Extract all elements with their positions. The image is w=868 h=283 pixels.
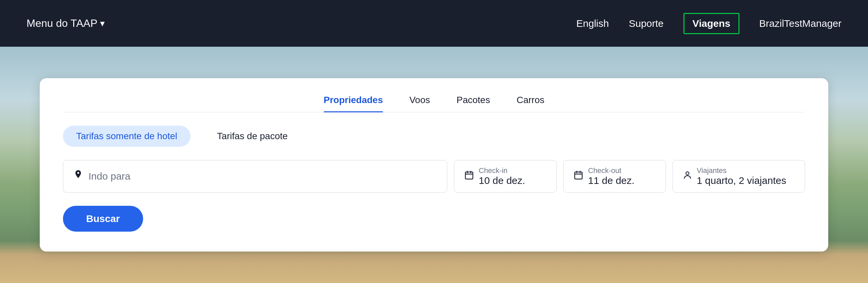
destination-field[interactable]: Indo para bbox=[63, 160, 447, 192]
filter-package[interactable]: Tarifas de pacote bbox=[204, 126, 301, 147]
menu-label[interactable]: Menu do TAAP bbox=[27, 17, 97, 30]
checkout-calendar-icon bbox=[574, 170, 583, 183]
checkout-field[interactable]: Check-out 11 de dez. bbox=[563, 160, 666, 192]
checkin-content: Check-in 10 de dez. bbox=[479, 166, 525, 186]
tab-propriedades[interactable]: Propriedades bbox=[324, 95, 383, 112]
checkout-label: Check-out bbox=[588, 166, 634, 175]
checkin-label: Check-in bbox=[479, 166, 525, 175]
navbar-user-label[interactable]: BrazilTestManager bbox=[760, 18, 841, 29]
travelers-label: Viajantes bbox=[697, 166, 786, 175]
search-button[interactable]: Buscar bbox=[63, 206, 143, 232]
travelers-field[interactable]: Viajantes 1 quarto, 2 viajantes bbox=[673, 160, 805, 192]
tab-voos[interactable]: Voos bbox=[409, 95, 430, 112]
main-area: Propriedades Voos Pacotes Carros Tarifas… bbox=[0, 47, 868, 283]
location-icon bbox=[73, 169, 83, 184]
svg-point-8 bbox=[686, 172, 689, 175]
navbar: Menu do TAAP ▾ English Suporte Viagens B… bbox=[0, 0, 868, 47]
travelers-value: 1 quarto, 2 viajantes bbox=[697, 175, 786, 186]
checkin-value: 10 de dez. bbox=[479, 175, 525, 186]
destination-placeholder: Indo para bbox=[89, 171, 130, 182]
travelers-content: Viajantes 1 quarto, 2 viajantes bbox=[697, 166, 786, 186]
svg-rect-0 bbox=[465, 172, 473, 179]
tabs-row: Propriedades Voos Pacotes Carros bbox=[63, 95, 805, 112]
navbar-suporte-link[interactable]: Suporte bbox=[629, 18, 663, 29]
navbar-left: Menu do TAAP ▾ bbox=[27, 17, 105, 30]
checkin-calendar-icon bbox=[464, 170, 474, 183]
person-icon bbox=[683, 170, 692, 183]
checkout-value: 11 de dez. bbox=[588, 175, 634, 186]
svg-rect-4 bbox=[575, 172, 582, 179]
filter-row: Tarifas somente de hotel Tarifas de paco… bbox=[63, 126, 805, 147]
filter-hotel-only[interactable]: Tarifas somente de hotel bbox=[63, 126, 190, 147]
tab-carros[interactable]: Carros bbox=[517, 95, 544, 112]
search-card: Propriedades Voos Pacotes Carros Tarifas… bbox=[40, 78, 828, 252]
navbar-viagens-link[interactable]: Viagens bbox=[683, 13, 740, 34]
checkin-field[interactable]: Check-in 10 de dez. bbox=[454, 160, 557, 192]
checkout-content: Check-out 11 de dez. bbox=[588, 166, 634, 186]
search-fields: Indo para Check-in 10 de dez. bbox=[63, 160, 805, 192]
menu-chevron-icon[interactable]: ▾ bbox=[100, 18, 105, 29]
tab-pacotes[interactable]: Pacotes bbox=[457, 95, 490, 112]
navbar-english-link[interactable]: English bbox=[577, 18, 609, 29]
navbar-right: English Suporte Viagens BrazilTestManage… bbox=[577, 13, 841, 34]
